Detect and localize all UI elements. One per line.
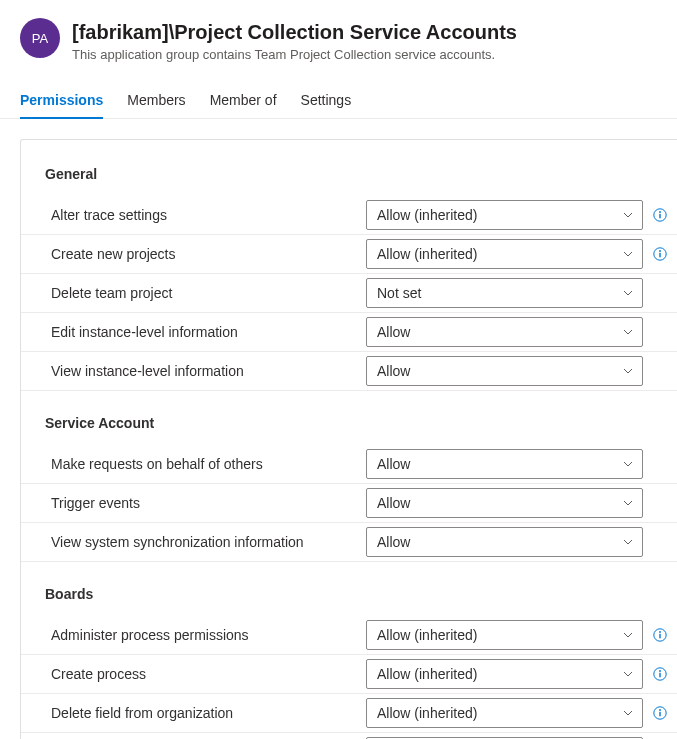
permission-label: Trigger events (51, 495, 366, 511)
permission-select[interactable]: Allow (inherited) (366, 200, 643, 230)
permission-row: Edit instance-level informationAllow (21, 313, 677, 352)
permission-value: Allow (377, 324, 410, 340)
permission-value: Allow (377, 495, 410, 511)
chevron-down-icon (622, 458, 634, 470)
permission-value: Allow (inherited) (377, 666, 477, 682)
chevron-down-icon (622, 668, 634, 680)
permission-select[interactable]: Not set (366, 278, 643, 308)
permission-row: View system synchronization informationA… (21, 523, 677, 562)
tabs: PermissionsMembersMember ofSettings (0, 74, 677, 119)
permission-row: Create new projectsAllow (inherited) (21, 235, 677, 274)
permission-row: View instance-level informationAllow (21, 352, 677, 391)
permission-select[interactable]: Allow (inherited) (366, 659, 643, 689)
svg-point-28 (659, 670, 661, 672)
permission-row: Make requests on behalf of othersAllow (21, 445, 677, 484)
section-title: Service Account (21, 391, 677, 445)
permission-row: Administer process permissionsAllow (inh… (21, 616, 677, 655)
svg-rect-2 (659, 214, 660, 219)
svg-rect-5 (659, 253, 660, 257)
tab-settings[interactable]: Settings (301, 86, 352, 118)
chevron-down-icon (622, 248, 634, 260)
info-icon[interactable] (651, 247, 669, 261)
permission-label: Edit instance-level information (51, 324, 366, 340)
permission-label: Make requests on behalf of others (51, 456, 366, 472)
tab-permissions[interactable]: Permissions (20, 86, 103, 118)
header-text: [fabrikam]\Project Collection Service Ac… (72, 18, 517, 62)
section-title: Boards (21, 562, 677, 616)
svg-point-4 (659, 250, 661, 252)
tab-members[interactable]: Members (127, 86, 185, 118)
permission-label: View instance-level information (51, 363, 366, 379)
permission-select[interactable]: Allow (366, 317, 643, 347)
page-subtitle: This application group contains Team Pro… (72, 47, 517, 62)
svg-rect-26 (659, 634, 660, 639)
permission-label: Delete team project (51, 285, 366, 301)
svg-rect-32 (659, 712, 660, 717)
permission-label: Alter trace settings (51, 207, 366, 223)
permission-value: Allow (377, 534, 410, 550)
permission-row: Delete team projectNot set (21, 274, 677, 313)
permission-label: Administer process permissions (51, 627, 366, 643)
chevron-down-icon (622, 536, 634, 548)
permission-row: Create processAllow (inherited) (21, 655, 677, 694)
permission-value: Allow (377, 456, 410, 472)
permission-value: Allow (inherited) (377, 705, 477, 721)
page-title: [fabrikam]\Project Collection Service Ac… (72, 19, 517, 45)
svg-rect-29 (659, 673, 660, 678)
info-icon[interactable] (651, 208, 669, 222)
permission-select[interactable]: Allow (366, 488, 643, 518)
permission-label: View system synchronization information (51, 534, 366, 550)
permission-value: Allow (inherited) (377, 627, 477, 643)
permission-label: Create new projects (51, 246, 366, 262)
svg-point-31 (659, 709, 661, 711)
permission-value: Allow (inherited) (377, 207, 477, 223)
svg-point-25 (659, 631, 661, 633)
permission-label: Create process (51, 666, 366, 682)
permission-select[interactable]: Allow (366, 356, 643, 386)
avatar: PA (20, 18, 60, 58)
chevron-down-icon (622, 707, 634, 719)
permission-select[interactable]: Allow (inherited) (366, 698, 643, 728)
chevron-down-icon (622, 209, 634, 221)
avatar-initials: PA (32, 31, 48, 46)
chevron-down-icon (622, 497, 634, 509)
permission-value: Allow (inherited) (377, 246, 477, 262)
permissions-panel: GeneralAlter trace settingsAllow (inheri… (20, 139, 677, 739)
page-header: PA [fabrikam]\Project Collection Service… (0, 0, 677, 74)
permission-label: Delete field from organization (51, 705, 366, 721)
permission-row: Delete processAllow (inherited) (21, 733, 677, 739)
info-icon[interactable] (651, 628, 669, 642)
permission-row: Delete field from organizationAllow (inh… (21, 694, 677, 733)
permission-value: Not set (377, 285, 421, 301)
chevron-down-icon (622, 365, 634, 377)
chevron-down-icon (622, 326, 634, 338)
permission-select[interactable]: Allow (inherited) (366, 620, 643, 650)
info-icon[interactable] (651, 667, 669, 681)
permission-select[interactable]: Allow (inherited) (366, 239, 643, 269)
tab-member-of[interactable]: Member of (210, 86, 277, 118)
permission-select[interactable]: Allow (366, 449, 643, 479)
info-icon[interactable] (651, 706, 669, 720)
permission-select[interactable]: Allow (366, 527, 643, 557)
section-title: General (21, 160, 677, 196)
permission-row: Alter trace settingsAllow (inherited) (21, 196, 677, 235)
svg-point-1 (659, 211, 661, 213)
permission-row: Trigger eventsAllow (21, 484, 677, 523)
chevron-down-icon (622, 629, 634, 641)
chevron-down-icon (622, 287, 634, 299)
permission-value: Allow (377, 363, 410, 379)
